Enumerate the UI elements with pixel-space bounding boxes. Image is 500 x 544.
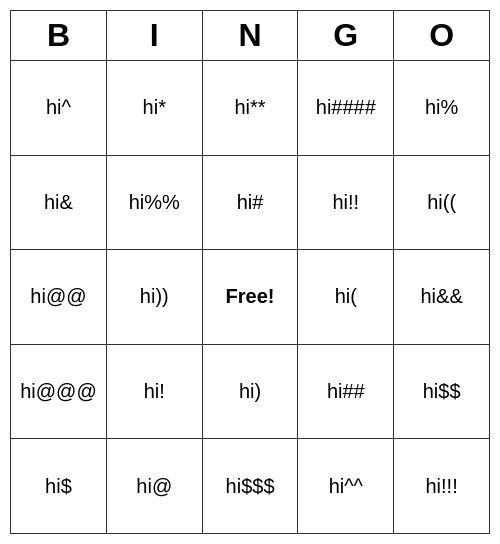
bingo-cell-r3-c0[interactable]: hi@@@ [11, 344, 107, 439]
bingo-cell-r2-c0[interactable]: hi@@ [11, 250, 107, 345]
bingo-cell-r2-c3[interactable]: hi( [298, 250, 394, 345]
bingo-cell-r1-c4[interactable]: hi(( [394, 155, 490, 250]
bingo-cell-r4-c4[interactable]: hi!!! [394, 439, 490, 534]
bingo-cell-r2-c1[interactable]: hi)) [106, 250, 202, 345]
bingo-header-b: B [11, 11, 107, 61]
bingo-cell-r3-c2[interactable]: hi) [202, 344, 298, 439]
bingo-cell-r2-c4[interactable]: hi&& [394, 250, 490, 345]
bingo-header-i: I [106, 11, 202, 61]
bingo-cell-r3-c4[interactable]: hi$$ [394, 344, 490, 439]
bingo-cell-r3-c3[interactable]: hi## [298, 344, 394, 439]
bingo-cell-r2-c2[interactable]: Free! [202, 250, 298, 345]
bingo-cell-r0-c4[interactable]: hi% [394, 61, 490, 156]
bingo-header-o: O [394, 11, 490, 61]
bingo-cell-r1-c3[interactable]: hi!! [298, 155, 394, 250]
bingo-header-g: G [298, 11, 394, 61]
bingo-header-n: N [202, 11, 298, 61]
bingo-cell-r4-c0[interactable]: hi$ [11, 439, 107, 534]
bingo-cell-r4-c1[interactable]: hi@ [106, 439, 202, 534]
bingo-cell-r0-c2[interactable]: hi** [202, 61, 298, 156]
bingo-cell-r0-c3[interactable]: hi#### [298, 61, 394, 156]
bingo-cell-r1-c1[interactable]: hi%% [106, 155, 202, 250]
bingo-cell-r4-c3[interactable]: hi^^ [298, 439, 394, 534]
bingo-cell-r4-c2[interactable]: hi$$$ [202, 439, 298, 534]
bingo-card: BINGO hi^hi*hi**hi####hi%hi&hi%%hi#hi!!h… [10, 10, 490, 534]
bingo-cell-r1-c0[interactable]: hi& [11, 155, 107, 250]
bingo-cell-r3-c1[interactable]: hi! [106, 344, 202, 439]
bingo-cell-r1-c2[interactable]: hi# [202, 155, 298, 250]
bingo-cell-r0-c1[interactable]: hi* [106, 61, 202, 156]
bingo-cell-r0-c0[interactable]: hi^ [11, 61, 107, 156]
